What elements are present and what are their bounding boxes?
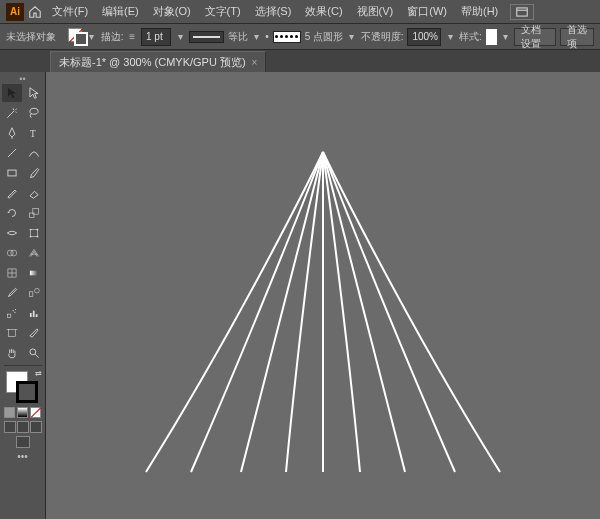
stroke-link-icon[interactable]: ≡ xyxy=(127,28,137,46)
panel-grip-icon[interactable]: •• xyxy=(4,74,42,84)
svg-point-10 xyxy=(36,229,38,231)
bullet-icon: • xyxy=(265,31,269,42)
menu-view[interactable]: 视图(V) xyxy=(351,2,400,21)
svg-text:T: T xyxy=(29,129,35,139)
svg-rect-18 xyxy=(29,271,37,276)
perspective-grid-tool[interactable] xyxy=(24,244,44,262)
brush-preview[interactable] xyxy=(273,31,301,43)
profile-dropdown-icon[interactable]: ▾ xyxy=(252,28,262,46)
stroke-width-dropdown-icon[interactable]: ▾ xyxy=(175,28,185,46)
artwork xyxy=(46,72,600,519)
opacity-field[interactable]: 100% xyxy=(407,28,441,46)
stroke-label: 描边: xyxy=(101,30,124,44)
magic-wand-tool[interactable] xyxy=(2,104,22,122)
draw-behind-icon[interactable] xyxy=(17,421,29,433)
symbol-sprayer-tool[interactable] xyxy=(2,304,22,322)
zoom-tool[interactable] xyxy=(24,344,44,362)
svg-point-12 xyxy=(36,236,38,238)
none-mode-icon[interactable] xyxy=(30,407,41,418)
mesh-tool[interactable] xyxy=(2,264,22,282)
menu-type[interactable]: 文字(T) xyxy=(199,2,247,21)
svg-point-24 xyxy=(14,312,15,313)
gradient-tool[interactable] xyxy=(24,264,44,282)
svg-point-22 xyxy=(12,310,13,311)
brush-dropdown-icon[interactable]: ▾ xyxy=(347,28,357,46)
arrange-documents-icon[interactable] xyxy=(510,4,534,20)
rectangle-tool[interactable] xyxy=(2,164,22,182)
scale-tool[interactable] xyxy=(24,204,44,222)
direct-selection-tool[interactable] xyxy=(24,84,44,102)
column-graph-tool[interactable] xyxy=(24,304,44,322)
stroke-width-field[interactable]: 1 pt xyxy=(141,28,171,46)
hand-tool[interactable] xyxy=(2,344,22,362)
document-setup-button[interactable]: 文档设置 xyxy=(514,28,555,46)
svg-rect-19 xyxy=(29,292,32,297)
opacity-dropdown-icon[interactable]: ▾ xyxy=(445,28,455,46)
variable-width-profile[interactable] xyxy=(189,31,224,43)
draw-inside-icon[interactable] xyxy=(30,421,42,433)
eraser-tool[interactable] xyxy=(24,184,44,202)
stroke-swatch[interactable] xyxy=(16,381,38,403)
color-mode-icon[interactable] xyxy=(4,407,15,418)
screen-mode-icon[interactable] xyxy=(16,436,30,448)
pencil-tool[interactable] xyxy=(2,184,22,202)
fill-stroke-swatch[interactable] xyxy=(68,28,83,46)
graphic-style-swatch[interactable] xyxy=(486,29,497,45)
style-dropdown-icon[interactable]: ▾ xyxy=(501,28,511,46)
gradient-mode-icon[interactable] xyxy=(17,407,28,418)
tools-panel: •• T xyxy=(0,72,46,519)
pen-tool[interactable] xyxy=(2,124,22,142)
menu-help[interactable]: 帮助(H) xyxy=(455,2,504,21)
svg-point-11 xyxy=(29,236,31,238)
svg-rect-6 xyxy=(29,213,34,218)
edit-toolbar-icon[interactable]: ••• xyxy=(17,451,28,462)
free-transform-tool[interactable] xyxy=(24,224,44,242)
document-tab-bar: 未标题-1* @ 300% (CMYK/GPU 预览) × xyxy=(0,50,600,72)
brush-label: 5 点圆形 xyxy=(305,30,343,44)
fill-dropdown-icon[interactable]: ▾ xyxy=(87,28,97,46)
blend-tool[interactable] xyxy=(24,284,44,302)
svg-point-2 xyxy=(29,108,37,114)
curvature-tool[interactable] xyxy=(24,144,44,162)
home-icon[interactable] xyxy=(26,3,44,21)
svg-rect-28 xyxy=(8,330,15,337)
width-tool[interactable] xyxy=(2,224,22,242)
menu-file[interactable]: 文件(F) xyxy=(46,2,94,21)
opacity-label: 不透明度: xyxy=(361,30,404,44)
svg-rect-7 xyxy=(32,208,38,214)
menu-effect[interactable]: 效果(C) xyxy=(299,2,348,21)
close-tab-icon[interactable]: × xyxy=(252,57,258,68)
preferences-button[interactable]: 首选项 xyxy=(560,28,594,46)
type-tool[interactable]: T xyxy=(24,124,44,142)
menu-window[interactable]: 窗口(W) xyxy=(401,2,453,21)
shape-builder-tool[interactable] xyxy=(2,244,22,262)
selection-tool[interactable] xyxy=(2,84,22,102)
svg-point-13 xyxy=(7,250,13,256)
svg-rect-21 xyxy=(7,314,11,318)
selection-status: 未选择对象 xyxy=(6,30,56,44)
canvas[interactable] xyxy=(46,72,600,519)
svg-rect-5 xyxy=(7,170,15,176)
swap-fill-stroke-icon[interactable]: ⇄ xyxy=(35,369,42,378)
menu-edit[interactable]: 编辑(E) xyxy=(96,2,145,21)
menu-select[interactable]: 选择(S) xyxy=(249,2,298,21)
slice-tool[interactable] xyxy=(24,324,44,342)
svg-line-4 xyxy=(7,149,15,157)
fill-stroke-control[interactable]: ⇄ xyxy=(6,371,40,405)
control-bar: 未选择对象 ▾ 描边: ≡ 1 pt ▾ 等比 ▾ • 5 点圆形 ▾ 不透明度… xyxy=(0,24,600,50)
paintbrush-tool[interactable] xyxy=(24,164,44,182)
workspace: •• T xyxy=(0,72,600,519)
document-tab[interactable]: 未标题-1* @ 300% (CMYK/GPU 预览) × xyxy=(50,51,266,72)
line-segment-tool[interactable] xyxy=(2,144,22,162)
menu-object[interactable]: 对象(O) xyxy=(147,2,197,21)
rotate-tool[interactable] xyxy=(2,204,22,222)
draw-normal-icon[interactable] xyxy=(4,421,16,433)
document-tab-title: 未标题-1* @ 300% (CMYK/GPU 预览) xyxy=(59,55,246,70)
svg-line-32 xyxy=(35,354,39,358)
menu-bar: Ai 文件(F) 编辑(E) 对象(O) 文字(T) 选择(S) 效果(C) 视… xyxy=(0,0,600,24)
svg-point-23 xyxy=(14,309,15,310)
eyedropper-tool[interactable] xyxy=(2,284,22,302)
artboard-tool[interactable] xyxy=(2,324,22,342)
svg-point-20 xyxy=(34,288,39,293)
lasso-tool[interactable] xyxy=(24,104,44,122)
